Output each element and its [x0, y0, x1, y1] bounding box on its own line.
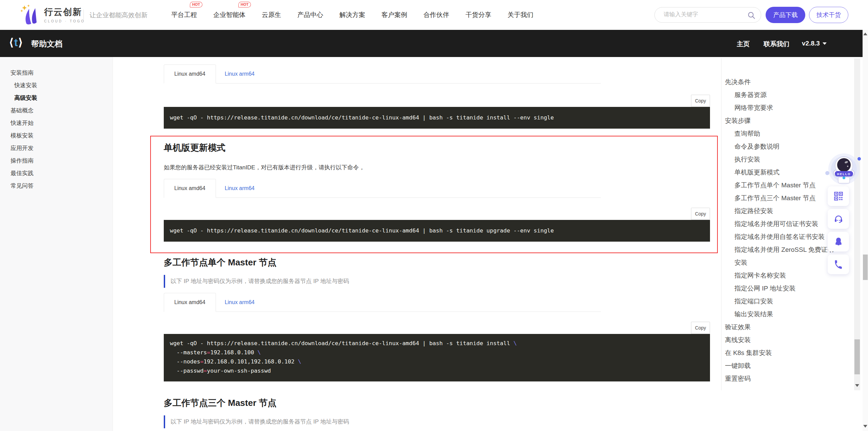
nav-item[interactable]: 关于我们 — [508, 11, 533, 19]
toc-item[interactable]: 单机版更新模式 — [722, 166, 834, 179]
top-navbar: 行云创新 CLOUD · TOGO 让企业都能高效创新 平台工程HOT企业智能体… — [0, 0, 868, 30]
search-input[interactable] — [663, 11, 742, 18]
toc-item[interactable]: 指定域名并使用 ZeroSSL 免费证书安装 — [722, 243, 834, 269]
nav-item[interactable]: 解决方案 — [339, 11, 365, 19]
window-scroll-up-arrow[interactable] — [863, 33, 867, 35]
left-sidebar: 安装指南快速安装高级安装基础概念快速开始模板安装应用开发操作指南最佳实践常见问答 — [0, 57, 113, 431]
toc-item[interactable]: 指定网卡名称安装 — [722, 269, 834, 282]
copy-button[interactable]: Copy — [691, 208, 710, 220]
nav-item[interactable]: 云原生 — [262, 11, 281, 19]
toc-item[interactable]: 指定公网 IP 地址安装 — [722, 282, 834, 295]
search-box — [654, 7, 761, 23]
qq-penguin-icon — [833, 236, 844, 247]
highlight-red-box — [150, 136, 718, 253]
primary-nav: 平台工程HOT企业智能体HOT云原生产品中心解决方案客户案例合作伙伴干货分享关于… — [171, 0, 533, 30]
sidebar-item[interactable]: 最佳实践 — [0, 167, 113, 180]
toc-item[interactable]: 先决条件 — [722, 76, 854, 89]
toc-item[interactable]: 一键卸载 — [722, 359, 854, 372]
toc-item[interactable]: 指定域名并使用自签名证书安装 — [722, 230, 834, 243]
brand-divider — [83, 10, 84, 20]
logo-bracket-left: ⟨ — [9, 36, 14, 49]
docs-header-bar: ⟨t⟩ 帮助文档 主页 联系我们 v2.8.3 — [0, 30, 863, 57]
docs-title: 帮助文档 — [31, 39, 62, 49]
nav-item[interactable]: 企业智能体HOT — [213, 11, 245, 19]
brand-text: 行云创新 CLOUD · TOGO — [44, 6, 85, 23]
window-scrollbar-thumb[interactable] — [863, 255, 868, 280]
qrcode-icon — [833, 191, 844, 202]
sidebar-item[interactable]: 高级安装 — [0, 92, 113, 104]
toc-item[interactable]: 查询帮助 — [722, 127, 834, 140]
nav-item[interactable]: 客户案例 — [381, 11, 407, 19]
toc-item[interactable]: 多工作节点三个 Master 节点 — [722, 192, 834, 205]
copy-button[interactable]: Copy — [691, 322, 710, 334]
brand-tagline: 让企业都能高效创新 — [90, 11, 147, 20]
tab-linux-arm64[interactable]: Linux arm64 — [216, 293, 263, 312]
toc-scrollbar-thumb[interactable] — [854, 339, 860, 374]
qrcode-button[interactable] — [828, 186, 849, 206]
window-scroll-down-arrow[interactable] — [863, 425, 867, 428]
sidebar-item[interactable]: 操作指南 — [0, 154, 113, 167]
tab-group-install: Linux amd64 Linux arm64 — [164, 64, 601, 83]
brand-title: 行云创新 — [44, 6, 85, 18]
note-blockquote: 以下 IP 地址与密码仅为示例，请替换成您的服务器节点 IP 地址与密码 — [164, 415, 349, 428]
sidebar-item[interactable]: 快速安装 — [0, 79, 113, 92]
nav-item[interactable]: 平台工程HOT — [171, 11, 197, 19]
toc-item[interactable]: 在 K8s 集群安装 — [722, 346, 854, 359]
section-title-multi-single: 多工作节点单个 Master 节点 — [164, 257, 276, 268]
mascot-hello-text: HELLO — [837, 172, 851, 176]
phone-contact-button[interactable] — [828, 255, 849, 274]
code-block-install: wget -qO - https://release.titanide.cn/d… — [164, 107, 710, 129]
search-icon[interactable] — [747, 11, 755, 19]
sidebar-item[interactable]: 模板安装 — [0, 129, 113, 142]
sidebar-nav-list: 安装指南快速安装高级安装基础概念快速开始模板安装应用开发操作指南最佳实践常见问答 — [0, 57, 113, 192]
brand-subtitle: CLOUD · TOGO — [44, 19, 85, 23]
nav-item[interactable]: 合作伙伴 — [423, 11, 449, 19]
toc-item[interactable]: 命令及参数说明 — [722, 140, 834, 153]
sidebar-item[interactable]: 快速开始 — [0, 117, 113, 129]
nav-item[interactable]: 干货分享 — [466, 11, 491, 19]
qq-contact-button[interactable] — [828, 232, 849, 251]
mascot-astronaut[interactable]: HELLO — [824, 152, 864, 189]
toc-item[interactable]: 执行安装 — [722, 153, 834, 166]
toc-item[interactable]: 重置密码 — [722, 372, 854, 385]
docs-link-home[interactable]: 主页 — [737, 40, 750, 49]
toc-item[interactable]: 离线安装 — [722, 334, 854, 346]
product-download-button[interactable]: 产品下载 — [766, 7, 805, 23]
phone-icon — [833, 259, 844, 270]
logo-bracket-right: ⟩ — [18, 36, 23, 49]
chevron-down-icon — [823, 42, 827, 45]
toc-item[interactable]: 验证效果 — [722, 321, 854, 334]
docs-link-contact[interactable]: 联系我们 — [764, 40, 789, 49]
toc-item[interactable]: 服务器资源 — [722, 89, 834, 101]
brand-logo-icon — [19, 4, 41, 26]
support-headset-button[interactable] — [828, 209, 849, 229]
section-title-multi-three: 多工作节点三个 Master 节点 — [164, 397, 276, 409]
code-block-multi-single: wget -qO - https://release.titanide.cn/d… — [164, 334, 710, 381]
docs-logo: ⟨t⟩ — [9, 36, 23, 49]
toc-item[interactable]: 安装步骤 — [722, 114, 854, 127]
toc-item[interactable]: 指定域名并使用可信证书安装 — [722, 218, 834, 230]
tab-linux-arm64[interactable]: Linux arm64 — [216, 65, 263, 83]
tab-linux-amd64[interactable]: Linux amd64 — [164, 293, 216, 312]
sidebar-item[interactable]: 应用开发 — [0, 142, 113, 154]
headset-icon — [833, 213, 844, 224]
sidebar-item[interactable]: 常见问答 — [0, 180, 113, 192]
toc-item[interactable]: 指定端口安装 — [722, 295, 834, 308]
tech-articles-button[interactable]: 技术干货 — [809, 7, 848, 23]
version-label: v2.8.3 — [802, 40, 820, 47]
toc-item[interactable]: 输出安装结果 — [722, 308, 834, 321]
version-dropdown[interactable]: v2.8.3 — [802, 40, 827, 47]
note-blockquote: 以下 IP 地址与密码仅为示例，请替换成您的服务器节点 IP 地址与密码 — [164, 275, 349, 288]
logo-letter-t: t — [14, 36, 18, 49]
toc-item[interactable]: 网络带宽要求 — [722, 101, 834, 114]
sidebar-item[interactable]: 安装指南 — [0, 67, 113, 79]
hot-badge: HOT — [190, 2, 202, 7]
sidebar-item[interactable]: 基础概念 — [0, 104, 113, 117]
toc-item[interactable]: 多工作节点单个 Master 节点 — [722, 179, 834, 192]
toc-item[interactable]: 指定路径安装 — [722, 205, 834, 218]
toc-scroll-down-arrow[interactable] — [855, 384, 859, 387]
tab-linux-amd64[interactable]: Linux amd64 — [164, 64, 216, 83]
window-scrollbar-track[interactable] — [863, 30, 868, 431]
nav-item[interactable]: 产品中心 — [297, 11, 323, 19]
copy-button[interactable]: Copy — [691, 95, 710, 107]
